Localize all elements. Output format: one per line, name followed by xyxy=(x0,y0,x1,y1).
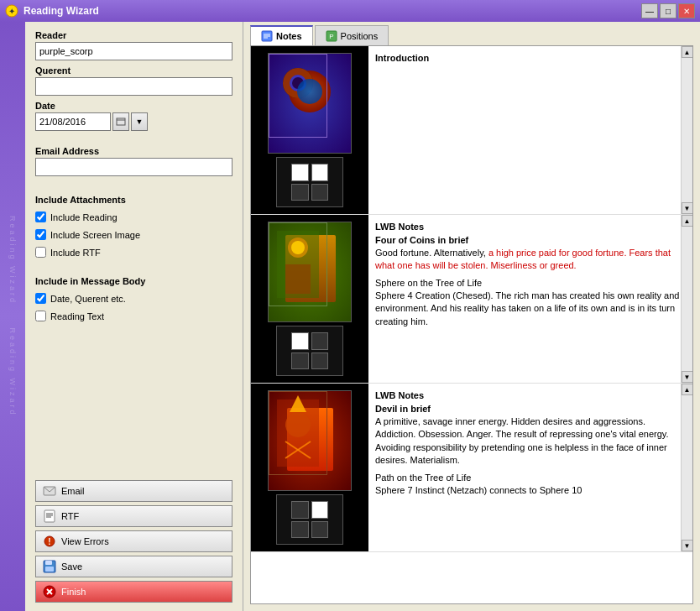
scroll-down-3[interactable]: ▼ xyxy=(682,540,693,551)
reader-label: Reader xyxy=(35,30,232,40)
card-para2-3: Sphere 7 Instinct (Netzach) connects to … xyxy=(375,484,686,497)
tab-notes-label: Notes xyxy=(276,31,302,41)
include-screen-image-label[interactable]: Include Screen Image xyxy=(50,230,140,240)
notes-tab-icon xyxy=(261,30,273,42)
view-errors-icon: ! xyxy=(43,535,56,548)
rtf-button[interactable]: RTF xyxy=(35,505,232,527)
tarot-card-image-3 xyxy=(268,390,352,491)
card-content-3: LWB Notes Devil in brief A primitive, sa… xyxy=(368,384,692,551)
save-icon xyxy=(43,560,56,573)
scroll-track-2 xyxy=(682,227,693,371)
include-reading-checkbox[interactable] xyxy=(35,212,46,222)
svg-text:P: P xyxy=(329,33,333,40)
date-querent-label[interactable]: Date, Querent etc. xyxy=(50,294,126,304)
tab-notes[interactable]: Notes xyxy=(250,25,313,45)
card-content-2: LWB Notes Four of Coins in brief Good fo… xyxy=(368,215,692,383)
close-button[interactable]: ✕ xyxy=(678,3,695,18)
email-icon xyxy=(43,484,56,498)
save-button[interactable]: Save xyxy=(35,556,232,577)
reader-field-group: Reader xyxy=(35,30,232,60)
include-reading-row: Include Reading xyxy=(35,212,232,222)
card-scroll-3[interactable]: ▲ ▼ xyxy=(681,384,692,551)
tab-bar: Notes P Positions xyxy=(243,22,700,45)
card-subtitle-2: Four of Coins in brief xyxy=(375,235,686,245)
card-title-3: LWB Notes xyxy=(375,390,686,400)
date-label: Date xyxy=(35,101,232,111)
email-input[interactable] xyxy=(35,158,232,176)
minimize-button[interactable]: — xyxy=(641,3,658,18)
rtf-icon xyxy=(43,509,56,523)
left-panel: Reader Querent Date ▼ Email Addr xyxy=(25,22,243,611)
date-input[interactable] xyxy=(35,112,111,131)
content-area[interactable]: Introduction ▲ ▼ xyxy=(250,45,693,604)
include-rtf-label[interactable]: Include RTF xyxy=(50,248,101,258)
position-grid-1 xyxy=(276,157,343,207)
svg-text:!: ! xyxy=(48,537,50,546)
reader-input[interactable] xyxy=(35,42,232,60)
email-button[interactable]: Email xyxy=(35,480,232,502)
scroll-track-3 xyxy=(682,395,693,540)
sidebar-decoration: Reading Wizard Reading Wizard xyxy=(0,22,25,611)
view-errors-button[interactable]: ! View Errors xyxy=(35,530,232,552)
querent-label: Querent xyxy=(35,65,232,76)
scroll-up-3[interactable]: ▲ xyxy=(682,384,693,395)
reading-text-row: Reading Text xyxy=(35,311,232,321)
card-image-2 xyxy=(251,215,368,383)
include-screen-image-checkbox[interactable] xyxy=(35,229,46,240)
email-label: Email Address xyxy=(35,146,232,156)
card-title-2: LWB Notes xyxy=(375,222,686,232)
svg-rect-32 xyxy=(285,264,311,294)
svg-point-36 xyxy=(285,412,311,437)
card-image-3 xyxy=(251,384,368,551)
include-reading-label[interactable]: Include Reading xyxy=(50,212,118,222)
reading-text-checkbox[interactable] xyxy=(35,311,46,321)
scroll-down-2[interactable]: ▼ xyxy=(682,371,693,383)
card-title-1: Introduction xyxy=(375,53,686,63)
card-introduction: Introduction ▲ ▼ xyxy=(251,46,692,215)
card-scroll-2[interactable]: ▲ ▼ xyxy=(681,215,692,383)
right-panel: Notes P Positions xyxy=(243,22,700,611)
tarot-card-image-2 xyxy=(268,222,352,322)
date-picker-button[interactable] xyxy=(112,112,129,131)
card-para1-2: Good fortune. Alternatively, a high pric… xyxy=(375,247,686,273)
querent-field-group: Querent xyxy=(35,65,232,96)
svg-rect-5 xyxy=(44,510,55,522)
app-icon: ✦ xyxy=(5,4,18,18)
scroll-up-2[interactable]: ▲ xyxy=(682,215,693,227)
title-bar: ✦ Reading Wizard — □ ✕ xyxy=(0,0,700,22)
svg-rect-12 xyxy=(45,561,52,565)
querent-input[interactable] xyxy=(35,77,232,96)
maximize-button[interactable]: □ xyxy=(660,3,676,18)
email-field-group: Email Address xyxy=(35,146,232,176)
card-section1-2: Sphere on the Tree of Life xyxy=(375,278,686,288)
tab-positions-label: Positions xyxy=(341,31,379,41)
tab-positions[interactable]: P Positions xyxy=(315,25,389,45)
svg-rect-23 xyxy=(269,54,327,138)
date-querent-row: Date, Querent etc. xyxy=(35,293,232,304)
reading-text-label[interactable]: Reading Text xyxy=(50,311,104,321)
tarot-card-image-1 xyxy=(268,53,352,154)
date-dropdown-button[interactable]: ▼ xyxy=(131,112,148,131)
positions-tab-icon: P xyxy=(326,30,337,42)
card-content-1: Introduction ▲ ▼ xyxy=(368,46,692,214)
scroll-track-1 xyxy=(682,58,693,202)
position-grid-2 xyxy=(276,326,343,376)
card-devil: LWB Notes Devil in brief A primitive, sa… xyxy=(251,384,692,552)
date-querent-checkbox[interactable] xyxy=(35,293,46,304)
scroll-down-1[interactable]: ▼ xyxy=(682,202,693,214)
include-attachments-label: Include Attachments xyxy=(35,195,232,205)
svg-point-31 xyxy=(291,241,305,254)
card-para1-3: A primitive, savage inner energy. Hidden… xyxy=(375,415,686,467)
date-field-group: Date ▼ xyxy=(35,101,232,131)
svg-rect-2 xyxy=(117,118,125,125)
include-in-message-body-label: Include in Message Body xyxy=(35,276,232,286)
card-section1-3: Path on the Tree of Life xyxy=(375,473,686,483)
finish-button[interactable]: Finish xyxy=(35,581,232,603)
finish-icon xyxy=(43,585,56,598)
svg-text:✦: ✦ xyxy=(8,7,15,16)
card-scroll-1[interactable]: ▲ ▼ xyxy=(681,46,692,214)
card-para2-2: Sphere 4 Creation (Chesed). The rich man… xyxy=(375,290,686,328)
scroll-up-1[interactable]: ▲ xyxy=(682,46,693,58)
include-rtf-checkbox[interactable] xyxy=(35,247,46,258)
window-title: Reading Wizard xyxy=(24,5,99,17)
